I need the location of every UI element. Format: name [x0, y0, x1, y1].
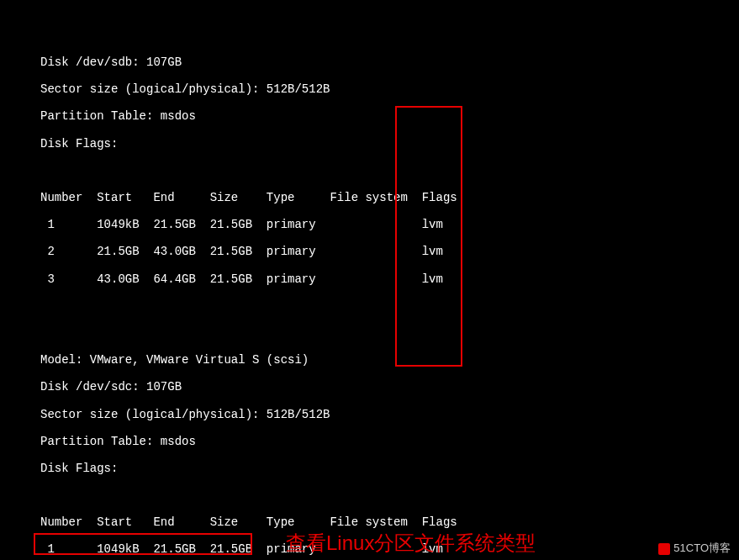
flags-line: Disk Flags: — [40, 137, 739, 151]
table-row: 3 43.0GB 64.4GB 21.5GB primary lvm — [40, 272, 739, 286]
table-row: 1 1049kB 21.5GB 21.5GB primary lvm — [40, 218, 739, 231]
ptable-line: Partition Table: msdos — [40, 109, 739, 123]
sector-line: Sector size (logical/physical): 512B/512… — [40, 82, 739, 96]
flags-line: Disk Flags: — [40, 462, 739, 475]
blank-line — [40, 164, 739, 177]
table-row: 2 21.5GB 43.0GB 21.5GB primary lvm — [40, 245, 739, 258]
watermark-logo-icon — [658, 543, 670, 555]
watermark: 51CTO博客 — [658, 542, 731, 555]
table-header: Number Start End Size Type File system F… — [40, 191, 739, 204]
terminal-output: Disk /dev/sdb: 107GB Sector size (logica… — [0, 0, 739, 560]
blank-line — [40, 326, 739, 340]
table-header: Number Start End Size Type File system F… — [40, 515, 739, 529]
disk-line: Disk /dev/sdb: 107GB — [40, 55, 739, 69]
model-line: Model: VMware, VMware Virtual S (scsi) — [40, 353, 739, 367]
blank-line — [40, 489, 739, 502]
ptable-line: Partition Table: msdos — [40, 435, 739, 448]
disk-line: Disk /dev/sdc: 107GB — [40, 380, 739, 394]
sector-line: Sector size (logical/physical): 512B/512… — [40, 408, 739, 421]
annotation-text: 查看Linux分区文件系统类型 — [286, 531, 536, 555]
watermark-text: 51CTO博客 — [673, 542, 731, 555]
blank-line — [40, 299, 739, 313]
